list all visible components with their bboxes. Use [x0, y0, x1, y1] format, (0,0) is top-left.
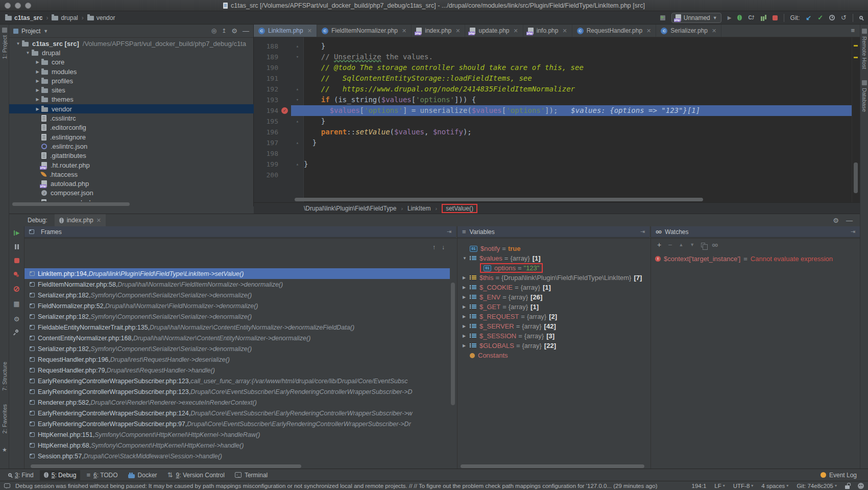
toolwindow-button-structure[interactable]: 7: Structure [2, 362, 8, 391]
gutter-breakpoint-area[interactable] [278, 84, 291, 95]
frame-row[interactable]: LinkItem.php:194, Drupal\link\Plugin\Fie… [25, 268, 450, 279]
tree-row[interactable]: .gitattributes [9, 151, 254, 160]
highlighting-level-icon[interactable] [858, 483, 864, 489]
variable-row[interactable]: Constants [457, 351, 649, 360]
search-everywhere-button[interactable] [859, 16, 863, 19]
tree-row[interactable]: ▶core [9, 58, 254, 67]
editor-tab[interactable]: FieldItemNormalizer.php✕ [317, 25, 412, 37]
variable-row[interactable]: ▶$_SERVER={array}[42] [457, 321, 649, 331]
frame-row[interactable]: KernelPreHandle.php:47, Drupal\Core\Stac… [25, 461, 450, 463]
hide-panel-icon[interactable]: — [243, 28, 249, 34]
close-icon[interactable]: ✕ [562, 28, 567, 34]
run-button[interactable]: ▶ [728, 15, 732, 20]
toolwindow-button-6-todo[interactable]: ≡6: TODO [82, 470, 122, 480]
move-up-button[interactable]: ▲ [679, 242, 683, 247]
toolwindow-button-terminal[interactable]: ›_Terminal [231, 470, 272, 480]
code-line[interactable]: 190 // @todo The storage controller shou… [254, 62, 852, 73]
profiler-button[interactable] [761, 16, 762, 21]
warning-stripe-mark[interactable] [854, 57, 858, 58]
variable-row[interactable]: ▶$GLOBALS={array}[22] [457, 341, 649, 351]
add-watch-button[interactable]: + [657, 241, 661, 249]
editor-tab[interactable]: LinkItem.php✕ [254, 25, 317, 37]
tree-arrow-icon[interactable]: ▶ [34, 107, 41, 111]
status-widget[interactable]: LF▾ [714, 483, 725, 489]
tree-row[interactable]: ▶vendor [9, 104, 254, 113]
fold-marker-icon[interactable]: ▾ [291, 95, 304, 105]
variable-row[interactable]: ▶$_REQUEST={array}[2] [457, 312, 649, 321]
lock-icon[interactable] [845, 485, 850, 489]
gutter-breakpoint-area[interactable] [278, 116, 291, 127]
tree-arrow-icon[interactable]: ▶ [463, 334, 470, 338]
tree-arrow-icon[interactable]: ▼ [14, 41, 22, 46]
resume-button[interactable]: ▶ [14, 230, 20, 236]
horizontal-scrollbar[interactable] [31, 464, 301, 468]
scrollbar-thumb[interactable] [451, 283, 455, 405]
gutter-breakpoint-area[interactable] [278, 148, 291, 159]
frame-row[interactable]: RequestHandler.php:79, Drupal\rest\Reque… [25, 365, 450, 376]
editor-scrollbar[interactable] [852, 37, 860, 202]
code-line[interactable]: 189▾ // Unserialize the values. [254, 52, 852, 62]
breadcrumb-item[interactable]: vendor [87, 14, 115, 21]
tree-row[interactable]: composer.lock [9, 198, 254, 201]
gear-icon[interactable]: ⚙ [231, 28, 237, 34]
frame-row[interactable]: FieldableEntityNormalizerTrait.php:135, … [25, 322, 450, 333]
fold-marker-icon[interactable]: ▴ [291, 41, 304, 52]
show-watches-icon[interactable]: oo [712, 242, 717, 248]
frame-row[interactable]: EarlyRenderingControllerWrapperSubscribe… [25, 376, 450, 386]
hide-panel-icon[interactable]: — [846, 217, 853, 224]
tree-row[interactable]: ▼drupal [9, 48, 254, 57]
code-line[interactable]: 194✓ $values['options'] = unserialize($v… [254, 105, 852, 116]
gutter-breakpoint-area[interactable] [278, 95, 291, 105]
tree-arrow-icon[interactable]: ▶ [34, 60, 41, 64]
tree-arrow-icon[interactable]: ▼ [24, 51, 32, 55]
frame-row[interactable]: EarlyRenderingControllerWrapperSubscribe… [25, 386, 450, 397]
pin-icon[interactable] [14, 329, 18, 333]
fold-marker-icon[interactable]: ▴ [291, 137, 304, 148]
close-icon[interactable]: ✕ [646, 28, 651, 34]
close-icon[interactable]: ✕ [97, 217, 101, 224]
tree-arrow-icon[interactable]: ▶ [463, 295, 470, 299]
close-icon[interactable]: ✕ [307, 28, 312, 34]
close-icon[interactable]: ✕ [455, 28, 460, 34]
tree-row[interactable]: .htaccess [9, 170, 254, 179]
tree-row[interactable]: .eslintrc.json [9, 142, 254, 151]
variable-row[interactable]: ▶$this={Drupal\link\Plugin\Field\FieldTy… [457, 273, 649, 283]
watch-row[interactable]: !$context['target_instance']=Cannot eval… [655, 255, 833, 263]
breadcrumb-item[interactable]: drupal [52, 14, 78, 21]
editor-tab[interactable]: update.php✕ [465, 25, 523, 37]
frame-row[interactable]: HttpKernel.php:151, Symfony\Component\Ht… [25, 429, 450, 440]
fold-marker-icon[interactable]: ▴ [291, 116, 304, 127]
tree-row[interactable]: ▼c1tas_src [src]/Volumes/APFSPart/vul_do… [9, 39, 254, 48]
code-line[interactable]: 192▴ // https://www.drupal.org/node/2414… [254, 84, 852, 95]
status-message[interactable]: Debug session was finished without being… [15, 483, 657, 489]
variable-row[interactable]: 01options="123" [457, 263, 649, 273]
debug-button[interactable] [737, 15, 742, 20]
gutter-breakpoint-area[interactable] [278, 52, 291, 62]
toolwindow-button-5-debug[interactable]: 5: Debug [40, 470, 81, 480]
git-update-button[interactable]: ↙ [806, 14, 811, 21]
toolwindow-button-remote-host[interactable]: Remote Host [861, 29, 867, 69]
frame-row[interactable]: Serializer.php:182, Symfony\Component\Se… [25, 343, 450, 354]
code-line[interactable]: 199▴} [254, 159, 852, 170]
tree-row[interactable]: ▶sites [9, 85, 254, 95]
frame-row[interactable]: ContentEntityNormalizer.php:168, Drupal\… [25, 333, 450, 343]
remove-watch-button[interactable]: − [668, 241, 672, 249]
coverage-button[interactable]: C⤴ [748, 15, 754, 20]
float-panel-icon[interactable]: ⇥ [447, 228, 451, 235]
tree-arrow-icon[interactable]: ▶ [34, 88, 41, 92]
frame-row[interactable]: FieldNormalizer.php:52, Drupal\hal\Norma… [25, 300, 450, 311]
project-toolwindow-icon[interactable] [2, 28, 7, 33]
frame-row[interactable]: Serializer.php:182, Symfony\Component\Se… [25, 290, 450, 300]
tree-arrow-icon[interactable]: ▶ [463, 314, 470, 319]
toolwindow-button-project[interactable]: 1: Project [2, 35, 8, 59]
horizontal-scrollbar[interactable] [12, 202, 130, 206]
tree-arrow-icon[interactable]: ▶ [34, 69, 41, 74]
tree-row[interactable]: .csslintrc [9, 113, 254, 123]
code-line[interactable]: 191 // SqlContentEntityStorage::loadFiel… [254, 73, 852, 84]
tree-arrow-icon[interactable]: ▶ [463, 285, 470, 290]
variable-row[interactable]: ▶$_SESSION={array}[3] [457, 331, 649, 341]
locate-file-icon[interactable]: ◎ [211, 28, 216, 34]
fold-marker-icon[interactable]: ▾ [291, 52, 304, 62]
frame-row[interactable]: Renderer.php:582, Drupal\Core\Render\Ren… [25, 397, 450, 408]
tree-row[interactable]: ▶modules [9, 67, 254, 76]
